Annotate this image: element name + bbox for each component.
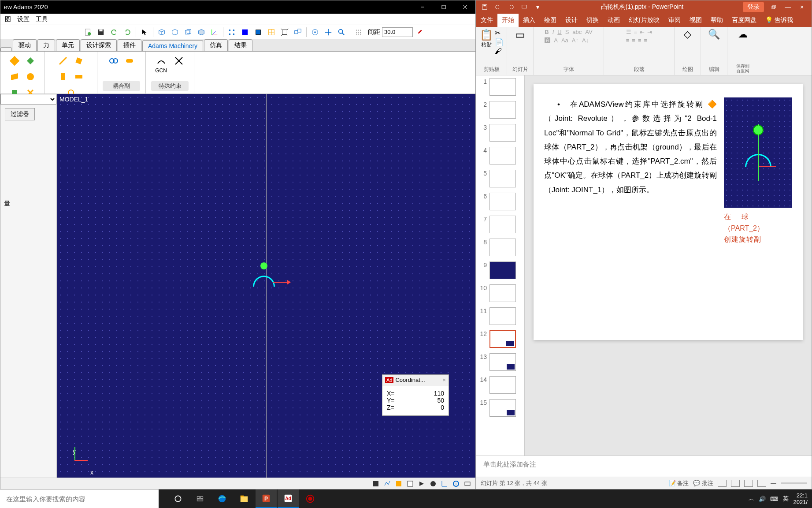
qat-undo-icon[interactable] (494, 3, 502, 11)
ppt-menu-slideshow[interactable]: 幻灯片放映 (624, 14, 664, 27)
ppt-menu-review[interactable]: 审阅 (664, 14, 685, 27)
color-icon[interactable] (239, 26, 251, 38)
tray-time[interactable]: 22:1 (793, 492, 808, 499)
joint-revolute-icon[interactable] (8, 54, 21, 67)
copy-icon[interactable]: 📄 (495, 38, 504, 46)
bullets-button[interactable]: ☰ (626, 29, 631, 35)
new-slide-icon[interactable]: ▭ (515, 29, 525, 41)
axis-icon[interactable] (209, 26, 220, 38)
rotate-icon[interactable] (309, 26, 321, 38)
fontsize-up[interactable]: A↑ (572, 37, 578, 44)
thumb-3[interactable] (489, 124, 516, 142)
ppt-menu-insert[interactable]: 插入 (519, 14, 540, 27)
joint-ball-icon[interactable] (24, 70, 37, 83)
paste-icon[interactable]: 📋 (480, 29, 493, 41)
ppt-comments-toggle[interactable]: 💬 批注 (693, 479, 713, 487)
tab-element[interactable]: 单元 (56, 39, 80, 51)
italic-button[interactable]: I (552, 29, 554, 35)
expand-icon[interactable] (279, 26, 290, 38)
sub-button[interactable]: abc (572, 29, 582, 35)
indent-right[interactable]: ⇥ (647, 29, 652, 35)
tab-force[interactable]: 力 (37, 39, 55, 51)
ppt-view-sorter[interactable] (731, 480, 740, 487)
box2-icon[interactable] (169, 26, 181, 38)
box3-icon[interactable] (182, 26, 194, 38)
box-icon[interactable] (156, 26, 167, 38)
ppt-menu-home[interactable]: 开始 (497, 14, 519, 27)
ppt-menu-transition[interactable]: 切换 (582, 14, 603, 27)
format-icon[interactable]: 🖌 (495, 47, 504, 55)
thumb-7[interactable] (489, 216, 516, 233)
ppt-menu-design[interactable]: 设计 (561, 14, 582, 27)
fontsize-down[interactable]: A↓ (582, 37, 589, 44)
status-icon-6[interactable] (429, 479, 438, 488)
model-select[interactable] (0, 94, 56, 105)
clear-button[interactable]: AV (585, 29, 592, 35)
ppt-slide[interactable]: • 在ADAMS/View约束库中选择旋转副 🔶（Joint: Revolute… (534, 84, 803, 340)
gcn-icon[interactable] (155, 54, 168, 67)
align-justify[interactable]: ≡ (644, 37, 647, 44)
tray-volume-icon[interactable]: 🔊 (759, 496, 766, 502)
tray-date[interactable]: 2021/ (793, 499, 808, 505)
strike-button[interactable]: S (565, 29, 569, 35)
status-icon-7[interactable] (440, 479, 449, 488)
ppt-notes-toggle[interactable]: 📝 备注 (669, 479, 689, 487)
primitive4-icon[interactable] (72, 70, 85, 83)
coupler1-icon[interactable] (107, 54, 120, 67)
bold-button[interactable]: B (545, 29, 549, 35)
coord-close-icon[interactable]: × (442, 377, 446, 383)
ppt-menu-animation[interactable]: 动画 (603, 14, 624, 27)
align-icon[interactable] (226, 26, 237, 38)
ppt-view-slideshow[interactable] (757, 480, 766, 487)
cut-icon[interactable]: ✂ (495, 29, 504, 37)
ppt-menu-file[interactable]: 文件 (476, 14, 497, 27)
tab-design[interactable]: 设计探索 (81, 39, 117, 51)
ppt-close-icon[interactable]: × (796, 3, 808, 11)
drawing-icon[interactable]: ◇ (684, 29, 691, 40)
status-icon-5[interactable] (417, 479, 426, 488)
taskview-icon[interactable] (189, 489, 211, 508)
highlight-button[interactable]: A (554, 37, 558, 44)
tab-machinery[interactable]: Adams Machinery (142, 40, 203, 51)
tray-chevron-icon[interactable]: ︿ (749, 495, 754, 503)
joint-cylinder-icon[interactable] (8, 70, 21, 83)
status-icon-8[interactable]: i (452, 479, 460, 488)
thumb-10[interactable] (489, 284, 516, 302)
ppt-menu-baidu[interactable]: 百度网盘 (727, 14, 761, 27)
ppt-menu-tellme[interactable]: 💡 告诉我 (761, 14, 797, 27)
adams-taskbar-icon[interactable]: Ad (278, 489, 299, 508)
paste-label[interactable]: 粘贴 (480, 41, 493, 49)
ppt-minimize-icon[interactable]: — (782, 3, 794, 11)
indent-left[interactable]: ⇤ (640, 29, 645, 35)
status-icon-1[interactable] (371, 479, 380, 488)
qat-slideshow-icon[interactable] (520, 3, 528, 11)
thumb-6[interactable] (489, 193, 516, 210)
underline-button[interactable]: U (557, 29, 561, 35)
thumb-13[interactable] (489, 353, 516, 371)
thumb-14[interactable] (489, 376, 516, 394)
coordinates-window[interactable]: AdCoordinat... × X=110 Y=50 Z=0 (382, 374, 449, 416)
tray-ime[interactable]: 英 (783, 495, 789, 503)
taskbar-search[interactable] (0, 489, 159, 508)
record-icon[interactable] (300, 489, 321, 508)
status-icon-4[interactable] (406, 479, 415, 488)
pan-icon[interactable] (323, 26, 334, 38)
coupler2-icon[interactable] (123, 54, 136, 67)
tab-drive[interactable]: 驱动 (13, 39, 37, 51)
grid-icon[interactable] (353, 26, 364, 38)
tab-plugin[interactable]: 插件 (118, 39, 141, 51)
part2-sphere[interactable] (260, 262, 267, 269)
status-icon-3[interactable] (394, 479, 403, 488)
align-left[interactable]: ≡ (626, 37, 630, 44)
thumb-15[interactable] (489, 399, 516, 417)
ppt-notes-area[interactable]: 单击此处添加备注 (476, 456, 812, 477)
magnify-icon[interactable] (336, 26, 347, 38)
redo-icon[interactable] (122, 26, 133, 38)
ppt-login-button[interactable]: 登录 (743, 2, 764, 12)
explorer-icon[interactable] (234, 489, 255, 508)
ppt-menu-help[interactable]: 帮助 (706, 14, 727, 27)
ppt-menu-view[interactable]: 视图 (685, 14, 706, 27)
status-icon-9[interactable] (463, 479, 472, 488)
sidebar-filter-tab[interactable]: 过滤器 (5, 108, 35, 120)
adams-viewport[interactable]: MODEL_1 y x AdCoordinat... × X=110 (57, 94, 475, 478)
